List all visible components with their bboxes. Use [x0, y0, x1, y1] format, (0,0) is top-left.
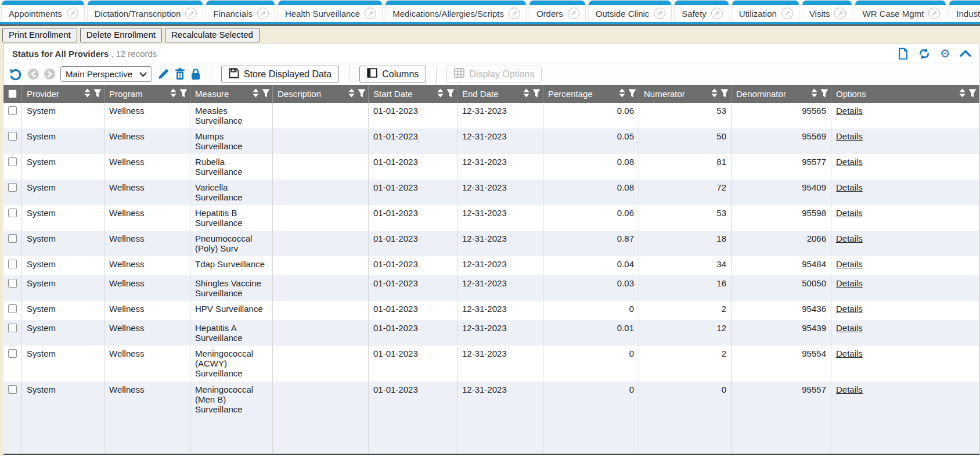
popout-window-icon[interactable]: ↗	[834, 8, 846, 19]
column-header-measure[interactable]: Measure	[190, 85, 273, 103]
details-link[interactable]: Details	[836, 259, 863, 269]
column-header-options[interactable]: Options	[831, 85, 979, 103]
column-header-denominator[interactable]: Denominator	[732, 85, 831, 103]
cell-denominator: 95439	[732, 320, 831, 346]
row-checkbox[interactable]	[8, 260, 17, 268]
tab-wr-case-mgmt[interactable]: WR Case Mgmt↗	[855, 1, 946, 22]
popout-window-icon[interactable]: ↗	[257, 8, 269, 19]
sort-icon[interactable]	[253, 88, 259, 99]
column-header-description[interactable]: Description	[273, 85, 369, 103]
cell-denominator: 95436	[732, 301, 831, 320]
tab-safety[interactable]: Safety↗	[675, 1, 729, 22]
lock-icon[interactable]	[190, 68, 201, 80]
sort-icon[interactable]	[170, 88, 176, 99]
details-link[interactable]: Details	[836, 385, 863, 394]
print-enrollment-button[interactable]: Print Enrollment	[2, 28, 77, 42]
row-checkbox[interactable]	[8, 349, 17, 358]
row-checkbox[interactable]	[8, 279, 17, 288]
tab-orders[interactable]: Orders↗	[529, 1, 585, 22]
popout-window-icon[interactable]: ↗	[654, 8, 665, 19]
column-header-percentage[interactable]: Percentage	[543, 85, 639, 103]
filter-funnel-icon[interactable]	[179, 89, 188, 99]
delete-trash-icon[interactable]	[175, 68, 185, 80]
sort-icon[interactable]	[811, 88, 817, 99]
tab-health-surveillance[interactable]: Health Surveillance↗	[278, 1, 382, 22]
tab-medications-allergies-scripts[interactable]: Medications/Allergies/Scripts↗	[385, 1, 526, 22]
tab-visits[interactable]: Visits↗	[802, 1, 852, 22]
filter-funnel-icon[interactable]	[820, 89, 828, 99]
popout-window-icon[interactable]: ↗	[568, 8, 579, 19]
popout-window-icon[interactable]: ↗	[928, 8, 940, 19]
details-link[interactable]: Details	[836, 106, 863, 116]
row-checkbox[interactable]	[8, 157, 17, 166]
details-link[interactable]: Details	[836, 182, 863, 192]
tab-appointments[interactable]: Appointments↗	[2, 1, 84, 22]
filter-funnel-icon[interactable]	[446, 89, 455, 99]
details-link[interactable]: Details	[836, 208, 863, 218]
column-header-program[interactable]: Program	[105, 85, 190, 103]
recalculate-selected-button[interactable]: Recalculate Selected	[165, 28, 260, 42]
edit-pencil-icon[interactable]	[157, 68, 170, 80]
sort-icon[interactable]	[84, 88, 91, 99]
popout-window-icon[interactable]: ↗	[67, 8, 78, 19]
collapse-chevron-icon[interactable]	[960, 49, 971, 58]
sort-icon[interactable]	[523, 88, 529, 99]
store-displayed-data-button[interactable]: Store Displayed Data	[221, 66, 339, 82]
details-link[interactable]: Details	[836, 157, 863, 167]
filter-funnel-icon[interactable]	[262, 89, 270, 99]
sort-icon[interactable]	[711, 88, 718, 99]
popout-window-icon[interactable]: ↗	[711, 8, 723, 19]
row-checkbox[interactable]	[8, 209, 17, 217]
settings-gear-icon[interactable]: ⚙	[940, 48, 950, 59]
row-checkbox[interactable]	[8, 132, 17, 141]
popout-window-icon[interactable]: ↗	[509, 8, 520, 19]
details-link[interactable]: Details	[836, 349, 863, 358]
row-checkbox[interactable]	[8, 304, 17, 313]
columns-button[interactable]: Columns	[359, 66, 426, 82]
row-checkbox[interactable]	[8, 106, 17, 115]
filter-funnel-icon[interactable]	[93, 89, 102, 99]
details-link[interactable]: Details	[836, 131, 863, 141]
column-header-provider[interactable]: Provider	[22, 85, 105, 103]
delete-enrollment-button[interactable]: Delete Enrollment	[80, 28, 162, 42]
row-checkbox[interactable]	[8, 183, 17, 192]
undo-icon[interactable]	[9, 67, 23, 81]
perspective-select[interactable]: Main Perspective	[60, 66, 152, 82]
details-link[interactable]: Details	[836, 323, 863, 333]
popout-window-icon[interactable]: ↗	[185, 8, 197, 19]
tab-utilization[interactable]: Utilization↗	[732, 1, 799, 22]
tab-industrial-h[interactable]: Industrial H↗	[949, 1, 980, 22]
sort-icon[interactable]	[619, 88, 625, 99]
tab-accent-strip	[385, 1, 526, 5]
new-document-icon[interactable]	[898, 48, 909, 60]
refresh-icon[interactable]	[918, 48, 931, 60]
sort-icon[interactable]	[437, 88, 444, 99]
next-perspective-icon[interactable]	[44, 69, 55, 80]
row-checkbox[interactable]	[8, 385, 17, 394]
tab-label: Outside Clinic	[596, 9, 650, 19]
details-link[interactable]: Details	[836, 234, 863, 243]
display-options-button[interactable]: Display Options	[446, 66, 542, 82]
popout-window-icon[interactable]: ↗	[365, 8, 376, 19]
column-header-end-date[interactable]: End Date	[457, 85, 543, 103]
tab-dictation-transcription[interactable]: Dictation/Transcription↗	[88, 1, 203, 22]
details-link[interactable]: Details	[836, 278, 863, 288]
cell-program: Wellness	[105, 179, 190, 205]
tab-outside-clinic[interactable]: Outside Clinic↗	[589, 1, 672, 22]
select-all-checkbox[interactable]	[8, 89, 17, 98]
sort-icon[interactable]	[348, 88, 355, 99]
popout-window-icon[interactable]: ↗	[781, 8, 793, 19]
tab-financials[interactable]: Financials↗	[206, 1, 275, 22]
details-link[interactable]: Details	[836, 304, 863, 314]
column-header-start-date[interactable]: Start Date	[369, 85, 457, 103]
filter-funnel-icon[interactable]	[968, 89, 977, 99]
row-checkbox[interactable]	[8, 324, 17, 332]
filter-funnel-icon[interactable]	[358, 89, 366, 99]
previous-perspective-icon[interactable]	[28, 69, 39, 80]
filter-funnel-icon[interactable]	[628, 89, 636, 99]
column-header-numerator[interactable]: Numerator	[639, 85, 732, 103]
filter-funnel-icon[interactable]	[720, 89, 729, 99]
sort-icon[interactable]	[959, 88, 965, 99]
filter-funnel-icon[interactable]	[532, 89, 541, 99]
row-checkbox[interactable]	[8, 234, 17, 243]
